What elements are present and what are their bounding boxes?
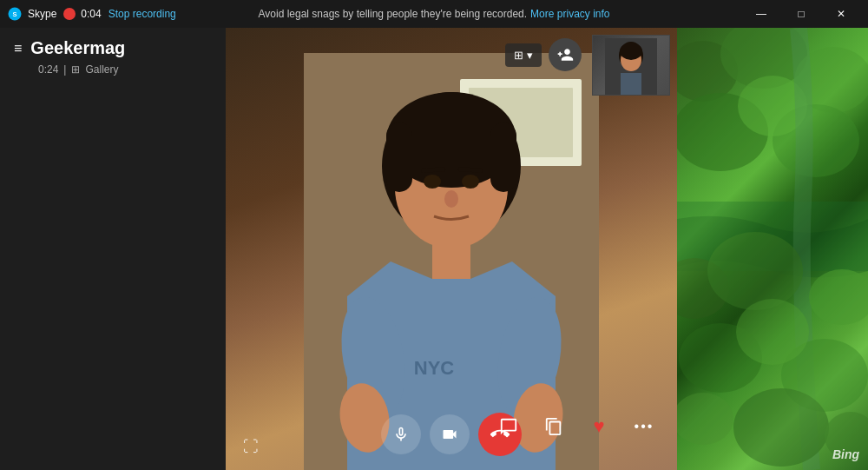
stop-recording-link[interactable]: Stop recording xyxy=(108,8,176,20)
toggle-camera-button[interactable] xyxy=(430,414,470,454)
right-panel: Bing xyxy=(677,28,868,470)
video-area: NYC xyxy=(226,28,677,470)
maximize-button[interactable]: □ xyxy=(781,0,821,28)
legal-notice-bar: Avoid legal snags by telling people they… xyxy=(259,8,610,20)
svg-rect-8 xyxy=(386,122,412,192)
thumbnail-inner xyxy=(593,36,669,95)
minimize-button[interactable]: — xyxy=(741,0,781,28)
svg-point-11 xyxy=(462,175,479,189)
legal-notice-text: Avoid legal snags by telling people they… xyxy=(259,8,528,20)
bottom-controls: ♥ ••• xyxy=(226,413,677,456)
more-options-button[interactable]: ••• xyxy=(628,411,660,442)
svg-text:S: S xyxy=(12,10,16,18)
aerial-image xyxy=(677,28,868,470)
svg-rect-15 xyxy=(432,240,470,283)
layout-chevron: ▾ xyxy=(527,49,533,62)
add-participant-button[interactable] xyxy=(549,38,582,71)
main-container: ≡ Geekermag 0:24 | ⊞ Gallery xyxy=(0,28,868,470)
sidebar: ≡ Geekermag 0:24 | ⊞ Gallery xyxy=(0,28,226,470)
more-options-icon: ••• xyxy=(635,419,654,434)
thumbnail-person xyxy=(605,38,657,95)
gallery-icon: ⊞ xyxy=(71,63,80,76)
camera-icon xyxy=(441,426,458,443)
skype-icon: S xyxy=(7,6,23,22)
svg-rect-9 xyxy=(490,122,516,192)
title-bar: S Skype 0:04 Stop recording Avoid legal … xyxy=(0,0,868,28)
recording-timer: 0:04 xyxy=(81,8,101,20)
svg-point-24 xyxy=(620,43,642,60)
chat-icon xyxy=(499,417,518,436)
svg-point-10 xyxy=(424,175,441,189)
hamburger-menu-icon[interactable]: ≡ xyxy=(14,41,22,56)
recording-dot xyxy=(63,8,76,20)
close-button[interactable]: ✕ xyxy=(821,0,861,28)
top-controls: ⊞ ▾ xyxy=(505,38,582,71)
microphone-icon xyxy=(392,426,410,443)
window-icon xyxy=(544,417,563,436)
skype-logo: S Skype xyxy=(7,6,56,22)
svg-point-40 xyxy=(733,388,829,467)
separator: | xyxy=(63,63,66,76)
mute-microphone-button[interactable] xyxy=(381,414,421,454)
call-duration: 0:24 xyxy=(38,63,58,76)
gallery-label[interactable]: Gallery xyxy=(85,63,118,76)
sidebar-header: ≡ Geekermag xyxy=(14,38,212,58)
svg-point-34 xyxy=(707,232,803,310)
layout-button[interactable]: ⊞ ▾ xyxy=(505,43,542,67)
bing-logo: Bing xyxy=(832,447,859,461)
svg-rect-25 xyxy=(621,73,641,95)
add-person-icon xyxy=(556,46,574,63)
svg-point-39 xyxy=(677,393,733,445)
right-controls: ♥ ••• xyxy=(493,411,660,442)
bing-background: Bing xyxy=(677,28,868,470)
svg-point-38 xyxy=(736,299,809,365)
react-heart-button[interactable]: ♥ xyxy=(583,411,615,442)
heart-icon: ♥ xyxy=(593,415,604,438)
privacy-link[interactable]: More privacy info xyxy=(530,8,609,20)
window-button[interactable] xyxy=(538,411,569,442)
chat-button[interactable] xyxy=(493,411,524,442)
svg-text:NYC: NYC xyxy=(414,357,455,379)
window-controls: — □ ✕ xyxy=(741,0,861,28)
main-person-silhouette: NYC xyxy=(304,53,599,470)
contact-name: Geekermag xyxy=(30,38,125,58)
call-info: 0:24 | ⊞ Gallery xyxy=(38,63,212,76)
svg-point-35 xyxy=(809,269,868,325)
svg-point-14 xyxy=(444,190,458,208)
layout-icon: ⊞ xyxy=(514,49,523,62)
thumbnail-video xyxy=(592,35,670,96)
app-name: Skype xyxy=(28,8,56,20)
